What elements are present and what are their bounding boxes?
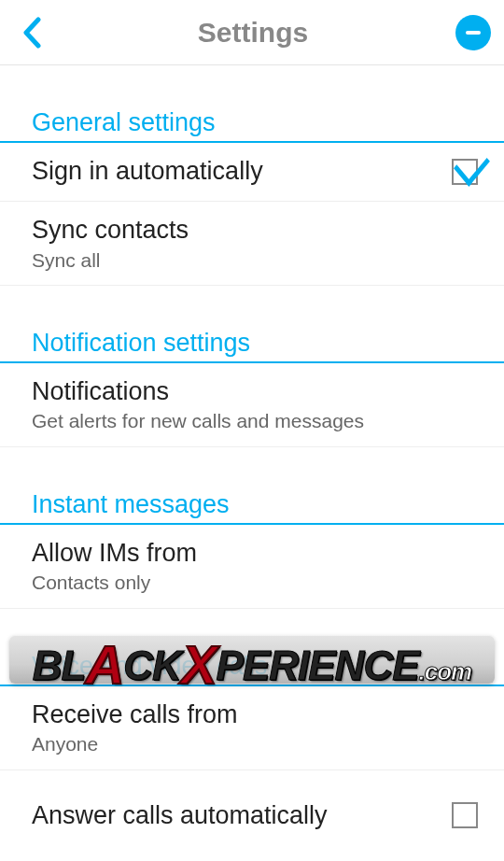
header: Settings bbox=[0, 0, 504, 65]
chevron-left-icon bbox=[21, 17, 42, 49]
row-title: Notifications bbox=[32, 376, 483, 408]
row-notifications[interactable]: Notifications Get alerts for new calls a… bbox=[0, 363, 504, 447]
section-header-instant-messages: Instant messages bbox=[0, 481, 504, 525]
status-button[interactable] bbox=[455, 15, 491, 50]
section-header-general: General settings bbox=[0, 99, 504, 143]
row-sub: Contacts only bbox=[32, 571, 483, 594]
row-sub: Sync all bbox=[32, 248, 483, 272]
row-title: Sync contacts bbox=[32, 215, 483, 247]
row-title: Answer calls automatically bbox=[32, 800, 452, 832]
row-title: Allow IMs from bbox=[32, 538, 483, 570]
back-button[interactable] bbox=[13, 14, 50, 51]
row-answer-calls-automatically[interactable]: Answer calls automatically bbox=[0, 787, 504, 845]
row-sign-in-automatically[interactable]: Sign in automatically bbox=[0, 143, 504, 202]
row-receive-calls-from[interactable]: Receive calls from Anyone bbox=[0, 686, 504, 770]
settings-list: General settings Sign in automatically S… bbox=[0, 65, 504, 844]
section-header-notifications: Notification settings bbox=[0, 319, 504, 363]
row-title: Receive calls from bbox=[32, 699, 483, 731]
row-sync-contacts[interactable]: Sync contacts Sync all bbox=[0, 202, 504, 286]
checkbox-answer-auto[interactable] bbox=[452, 802, 478, 828]
section-header-voice-video: Voice and video calls bbox=[0, 642, 504, 686]
status-away-icon bbox=[466, 31, 481, 35]
checkbox-sign-in[interactable] bbox=[452, 159, 478, 185]
page-title: Settings bbox=[50, 17, 455, 49]
row-title: Sign in automatically bbox=[32, 156, 452, 188]
row-sub: Anyone bbox=[32, 732, 483, 755]
row-sub: Get alerts for new calls and messages bbox=[32, 409, 483, 432]
row-allow-ims-from[interactable]: Allow IMs from Contacts only bbox=[0, 525, 504, 609]
